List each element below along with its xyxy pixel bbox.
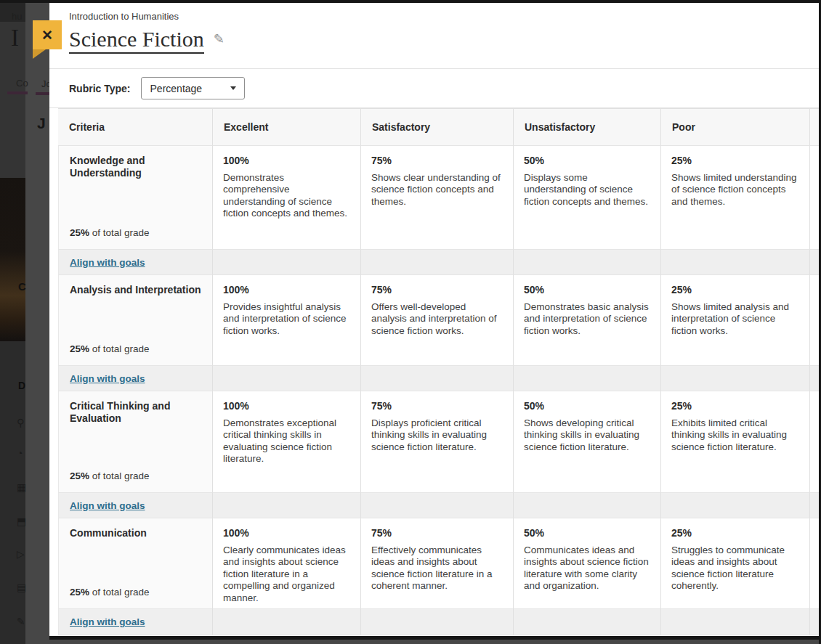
criterion-name: Analysis and Interpretation	[70, 284, 201, 296]
align-with-goals-link[interactable]: Align with goals	[70, 373, 145, 384]
lock-icon: ⬒	[17, 515, 26, 527]
align-goals-row	[361, 366, 514, 391]
align-goals-row	[361, 250, 514, 275]
rating-cell[interactable]: 100% Demonstrates comprehensive understa…	[213, 146, 361, 250]
rating-cell[interactable]: 25% Shows limited analysis and interpret…	[661, 275, 810, 366]
document-icon: ▤	[17, 582, 26, 593]
rating-description: Effectively communicates ideas and insig…	[371, 545, 503, 592]
rating-description: Shows clear understanding of science fic…	[371, 172, 503, 208]
rating-cell-overflow	[810, 275, 819, 366]
rating-cell[interactable]: 50% Demonstrates basic analysis and inte…	[514, 275, 661, 366]
rating-cell[interactable]: 100% Provides insightful analysis and in…	[213, 275, 361, 366]
rating-percent: 25%	[671, 155, 800, 166]
image-icon: ▦	[17, 481, 26, 493]
rating-percent: 50%	[524, 284, 651, 295]
window-border-top	[0, 0, 821, 3]
rating-description: Provides insightful analysis and interpr…	[223, 301, 351, 337]
rating-percent: 100%	[223, 284, 351, 295]
rating-cell[interactable]: 100% Demonstrates exceptional critical t…	[213, 391, 361, 493]
rating-description: Demonstrates basic analysis and interpre…	[524, 301, 651, 337]
criterion-cell[interactable]: Knowledge and Understanding 25% of total…	[58, 146, 213, 250]
rating-description: Demonstrates exceptional critical thinki…	[223, 417, 351, 465]
align-with-goals-link[interactable]: Align with goals	[70, 616, 145, 627]
rubric-type-select[interactable]: Percentage	[141, 77, 245, 99]
align-goals-row: Align with goals	[58, 609, 213, 635]
rating-description: Demonstrates comprehensive understanding…	[223, 172, 351, 220]
criterion-weight: 25%	[70, 343, 89, 354]
align-goals-row	[661, 250, 810, 275]
clock-icon: ◔	[17, 447, 23, 459]
panel-header: Introduction to Humanities Science Ficti…	[49, 3, 819, 69]
person-icon: ⚲	[17, 417, 24, 428]
criterion-weight-suffix: of total grade	[89, 470, 150, 481]
pencil-icon: ✎	[17, 616, 25, 627]
align-goals-row	[661, 366, 810, 391]
column-header-unsatisfactory: Unsatisfactory	[514, 108, 661, 146]
close-button[interactable]: ✕	[33, 20, 62, 49]
rating-cell[interactable]: 50% Shows developing critical thinking s…	[514, 391, 661, 493]
column-header-poor: Poor	[661, 108, 810, 146]
column-header-excellent: Excellent	[213, 108, 361, 146]
align-goals-row: Align with goals	[58, 250, 213, 275]
rating-description: Displays proficient critical thinking sk…	[371, 417, 503, 453]
criterion-weight-suffix: of total grade	[89, 587, 150, 598]
align-goals-row	[514, 366, 661, 391]
rating-description: Clearly communicates ideas and insights …	[223, 545, 351, 604]
criterion-cell[interactable]: Communication 25% of total grade	[58, 518, 213, 609]
background-course-code: hu	[12, 11, 22, 22]
rubric-title[interactable]: Science Fiction	[69, 27, 204, 54]
rubric-type-value: Percentage	[150, 83, 203, 94]
align-goals-row: Align with goals	[58, 366, 213, 391]
criterion-weight: 25%	[70, 470, 89, 481]
align-goals-row	[661, 493, 810, 518]
criterion-weight-suffix: of total grade	[89, 343, 150, 354]
align-goals-row	[810, 250, 819, 275]
rating-percent: 100%	[223, 400, 351, 412]
align-goals-row	[810, 366, 819, 391]
rating-cell[interactable]: 50% Communicates ideas and insights abou…	[514, 518, 661, 609]
criterion-weight-suffix: of total grade	[89, 227, 150, 238]
background-tab-content: Co	[16, 78, 28, 89]
rubric-table-container: Criteria Excellent Satisfactory Unsatisf…	[49, 108, 819, 636]
background-section-letter: C	[18, 280, 26, 293]
rating-description: Exhibits limited critical thinking skill…	[671, 417, 800, 453]
criterion-cell[interactable]: Analysis and Interpretation 25% of total…	[58, 275, 213, 366]
background-heading-letter: J	[37, 115, 46, 132]
rating-percent: 50%	[524, 527, 651, 539]
rating-cell[interactable]: 25% Shows limited understanding of scien…	[661, 146, 810, 250]
background-page-title-letter: I	[11, 25, 19, 52]
rating-cell[interactable]: 75% Shows clear understanding of science…	[361, 146, 514, 250]
rating-percent: 100%	[223, 155, 351, 166]
rating-description: Shows limited understanding of science f…	[671, 172, 800, 208]
rating-percent: 50%	[524, 155, 651, 166]
align-goals-row	[361, 609, 514, 635]
rating-cell[interactable]: 50% Displays some understanding of scien…	[514, 146, 661, 250]
modal-scrim	[25, 0, 49, 644]
rating-cell[interactable]: 75% Displays proficient critical thinkin…	[361, 391, 514, 493]
rating-description: Shows limited analysis and interpretatio…	[671, 301, 800, 337]
rating-cell[interactable]: 25% Exhibits limited critical thinking s…	[661, 391, 810, 493]
criterion-cell[interactable]: Critical Thinking and Evaluation 25% of …	[58, 391, 213, 493]
rating-cell[interactable]: 75% Offers well-developed analysis and i…	[361, 275, 514, 366]
align-goals-row	[661, 609, 810, 635]
column-header-satisfactory: Satisfactory	[361, 108, 514, 146]
align-goals-row	[514, 493, 661, 518]
rating-cell[interactable]: 75% Effectively communicates ideas and i…	[361, 518, 514, 609]
rubric-editor-screen: hu I Co Jo J C D ⚲ ◔ ▦ ⬒ ▷ ▤ ✎ Introduct…	[0, 0, 821, 644]
align-goals-row	[810, 493, 819, 518]
rating-description: Communicates ideas and insights about sc…	[524, 545, 651, 592]
rating-percent: 25%	[671, 400, 800, 412]
edit-title-icon[interactable]: ✎	[214, 31, 225, 47]
align-with-goals-link[interactable]: Align with goals	[70, 500, 145, 511]
rating-cell-overflow	[810, 146, 819, 250]
align-goals-row	[810, 609, 819, 635]
align-with-goals-link[interactable]: Align with goals	[70, 257, 145, 268]
align-goals-row: Align with goals	[58, 493, 213, 518]
align-goals-row	[213, 366, 361, 391]
criterion-weight: 25%	[70, 587, 89, 598]
rubric-type-label: Rubric Type:	[69, 83, 131, 94]
criterion-name: Critical Thinking and Evaluation	[70, 400, 201, 424]
rating-cell[interactable]: 100% Clearly communicates ideas and insi…	[213, 518, 361, 609]
video-icon: ▷	[17, 548, 25, 560]
rating-cell[interactable]: 25% Struggles to communicate ideas and i…	[661, 518, 810, 609]
